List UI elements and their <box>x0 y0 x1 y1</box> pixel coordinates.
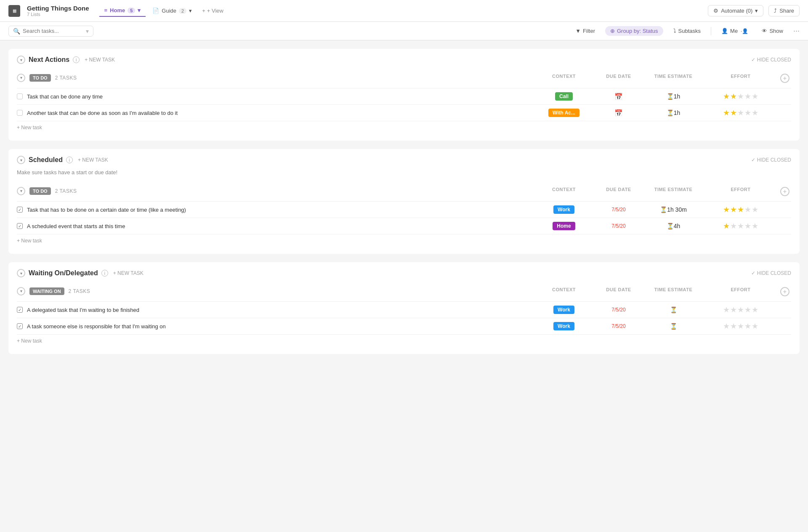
tab-guide[interactable]: 📄 Guide 2 ▾ <box>147 5 197 16</box>
task-time-0-0: ⏳ 1h <box>644 93 703 100</box>
star-3[interactable]: ★ <box>737 305 744 314</box>
search-box[interactable]: 🔍 ▾ <box>8 26 93 37</box>
section-next-actions-toggle[interactable]: ▾ <box>17 56 25 64</box>
section-waiting-toggle[interactable]: ▾ <box>17 269 25 277</box>
star-4[interactable]: ★ <box>744 221 751 231</box>
person-icon: 👤 <box>721 28 728 34</box>
main-content: ▾ Next Actions i + NEW TASK ✓ HIDE CLOSE… <box>0 40 808 532</box>
task-checkbox-1-0[interactable] <box>17 207 23 213</box>
star-3[interactable]: ★ <box>737 221 744 231</box>
add-col-2[interactable]: + <box>779 287 791 296</box>
next-actions-info-icon[interactable]: i <box>73 56 80 63</box>
star-2[interactable]: ★ <box>730 92 737 101</box>
context-tag[interactable]: Work <box>553 322 574 330</box>
star-4[interactable]: ★ <box>744 322 751 331</box>
hourglass-icon: ⏳ <box>670 323 677 330</box>
new-task-inline-2[interactable]: + New task <box>17 334 791 347</box>
task-due-0-1[interactable]: 📅 <box>593 109 644 117</box>
section-scheduled-title: Scheduled <box>29 156 63 164</box>
task-due-0-0[interactable]: 📅 <box>593 93 644 101</box>
waiting-group-0: ▾ WAITING ON 2 TASKS CONTEXT DUE DATE TI… <box>8 282 800 354</box>
star-3[interactable]: ★ <box>737 108 744 117</box>
star-2[interactable]: ★ <box>730 205 737 214</box>
task-context-0-1: With Ac... <box>534 109 593 117</box>
scheduled-hide-closed[interactable]: ✓ HIDE CLOSED <box>751 157 791 163</box>
star-1[interactable]: ★ <box>723 92 730 101</box>
scheduled-new-task-btn[interactable]: + NEW TASK <box>78 157 108 163</box>
task-due-1-1[interactable]: 7/5/20 <box>593 223 644 229</box>
search-input[interactable] <box>23 28 82 34</box>
task-context-1-1: Home <box>534 222 593 230</box>
show-button[interactable]: 👁 Show <box>758 26 787 36</box>
new-task-inline-1[interactable]: + New task <box>17 234 791 247</box>
section-next-actions-title: Next Actions <box>29 56 69 64</box>
doc-icon: 📄 <box>152 8 159 14</box>
tab-home[interactable]: ≡ Home 5 ▾ <box>99 5 146 17</box>
star-1[interactable]: ★ <box>723 221 730 231</box>
new-task-inline-0[interactable]: + New task <box>17 121 791 134</box>
star-4[interactable]: ★ <box>744 205 751 214</box>
add-col-0[interactable]: + <box>779 74 791 83</box>
task-name-2-0: A delegated task that I'm waiting to be … <box>27 307 139 313</box>
star-5[interactable]: ★ <box>752 108 758 117</box>
more-options-button[interactable]: ··· <box>793 27 800 35</box>
star-5[interactable]: ★ <box>752 221 758 231</box>
star-5[interactable]: ★ <box>752 205 758 214</box>
task-checkbox-1-1[interactable] <box>17 223 23 229</box>
task-context-2-1: Work <box>534 322 593 330</box>
star-3[interactable]: ★ <box>737 322 744 331</box>
task-checkbox-0-0[interactable] <box>17 93 23 99</box>
star-1[interactable]: ★ <box>723 322 730 331</box>
waiting-info-icon[interactable]: i <box>101 270 108 277</box>
star-2[interactable]: ★ <box>730 305 737 314</box>
check-icon: ✓ <box>751 157 755 163</box>
waiting-hide-closed[interactable]: ✓ HIDE CLOSED <box>751 270 791 276</box>
task-name-cell: A task someone else is responsible for t… <box>17 323 534 330</box>
star-5[interactable]: ★ <box>752 322 758 331</box>
context-tag[interactable]: Work <box>553 306 574 314</box>
group-toggle-2[interactable]: ▾ <box>17 287 25 295</box>
task-due-1-0[interactable]: 7/5/20 <box>593 207 644 213</box>
star-2[interactable]: ★ <box>730 221 737 231</box>
col-effort-0: EFFORT <box>703 74 779 83</box>
star-5[interactable]: ★ <box>752 92 758 101</box>
next-actions-hide-closed[interactable]: ✓ HIDE CLOSED <box>751 57 791 63</box>
time-value: 4h <box>674 223 680 229</box>
group-by-button[interactable]: ⊕ Group by: Status <box>605 26 663 36</box>
add-view-button[interactable]: + + View <box>199 5 227 16</box>
star-2[interactable]: ★ <box>730 108 737 117</box>
add-col-1[interactable]: + <box>779 187 791 196</box>
star-4[interactable]: ★ <box>744 92 751 101</box>
automate-button[interactable]: ⚙ Automate (0) ▾ <box>708 5 763 16</box>
subtasks-button[interactable]: ⤵ Subtasks <box>670 26 704 36</box>
group-toggle-1[interactable]: ▾ <box>17 187 25 195</box>
star-4[interactable]: ★ <box>744 108 751 117</box>
hourglass-icon: ⏳ <box>667 109 674 116</box>
task-checkbox-2-0[interactable] <box>17 307 23 313</box>
section-scheduled-toggle[interactable]: ▾ <box>17 156 25 164</box>
waiting-new-task-btn[interactable]: + NEW TASK <box>113 270 144 276</box>
context-tag[interactable]: Home <box>553 222 575 230</box>
star-1[interactable]: ★ <box>723 305 730 314</box>
star-3[interactable]: ★ <box>737 205 744 214</box>
star-1[interactable]: ★ <box>723 205 730 214</box>
context-tag[interactable]: Call <box>555 92 573 101</box>
task-due-2-1[interactable]: 7/5/20 <box>593 323 644 329</box>
star-2[interactable]: ★ <box>730 322 737 331</box>
task-due-2-0[interactable]: 7/5/20 <box>593 307 644 313</box>
star-3[interactable]: ★ <box>737 92 744 101</box>
next-actions-new-task-btn[interactable]: + NEW TASK <box>85 57 115 63</box>
context-tag[interactable]: With Ac... <box>548 109 579 117</box>
scheduled-info-icon[interactable]: i <box>66 157 73 163</box>
group-toggle-0[interactable]: ▾ <box>17 74 25 82</box>
star-5[interactable]: ★ <box>752 305 758 314</box>
me-button[interactable]: 👤 Me ·👤 <box>718 26 752 36</box>
star-4[interactable]: ★ <box>744 305 751 314</box>
task-checkbox-2-1[interactable] <box>17 323 23 329</box>
time-value: 1h <box>674 93 680 100</box>
context-tag[interactable]: Work <box>553 205 574 214</box>
filter-button[interactable]: ▼ Filter <box>572 26 598 36</box>
star-1[interactable]: ★ <box>723 108 730 117</box>
task-checkbox-0-1[interactable] <box>17 110 23 116</box>
share-button[interactable]: ⤴ Share <box>768 5 800 16</box>
